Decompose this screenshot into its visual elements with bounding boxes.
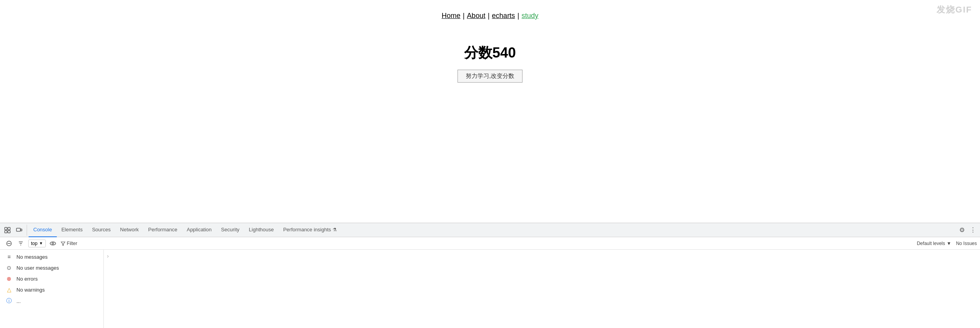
page-content: 发烧GIF Home | About | echarts | study 分数5… (0, 0, 980, 196)
watermark: 发烧GIF (937, 4, 972, 16)
nav-link-home[interactable]: Home (441, 12, 460, 20)
score-title: 分数540 (464, 43, 516, 63)
nav-sep-3: | (517, 12, 519, 20)
nav-sep-2: | (488, 12, 490, 20)
score-section: 分数540 努力学习,改变分数 (457, 43, 523, 83)
nav-link-echarts[interactable]: echarts (492, 12, 515, 20)
score-button[interactable]: 努力学习,改变分数 (457, 70, 523, 83)
nav-sep-1: | (463, 12, 465, 20)
nav-link-study[interactable]: study (522, 12, 539, 20)
nav-link-about[interactable]: About (467, 12, 485, 20)
navigation: Home | About | echarts | study (441, 12, 538, 20)
